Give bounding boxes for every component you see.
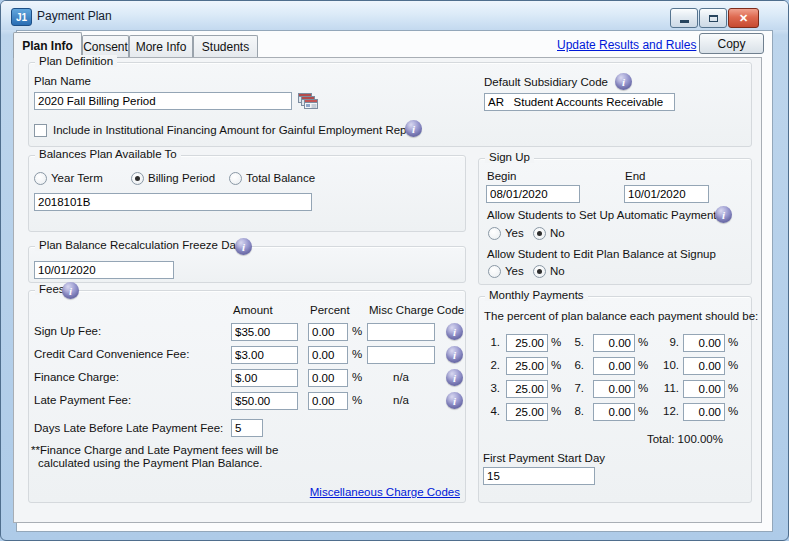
tab-consent[interactable]: Consent: [82, 35, 129, 57]
minimize-icon: [680, 20, 689, 23]
billing-period-input[interactable]: [34, 193, 312, 211]
late-payment-fee-percent-input[interactable]: [308, 392, 348, 410]
tab-students[interactable]: Students: [193, 35, 258, 57]
edit-balance-no-radio[interactable]: [533, 265, 546, 278]
maximize-button[interactable]: [699, 8, 727, 28]
freeze-date-group-label: Plan Balance Recalculation Freeze Date: [35, 239, 249, 251]
sign-up-fee-amount-input[interactable]: [231, 323, 298, 341]
fees-percent-header: Percent: [310, 304, 350, 316]
plan-definition-group: Plan Definition Plan Name Include in Ins…: [28, 62, 752, 147]
percent-sign: %: [728, 405, 738, 417]
payment-4-num: 4.: [481, 405, 500, 417]
percent-sign: %: [551, 382, 561, 394]
auto-payments-yes-radio[interactable]: [488, 227, 501, 240]
year-term-radio-label[interactable]: Year Term: [51, 172, 103, 184]
first-payment-start-day-input[interactable]: [483, 467, 595, 485]
percent-sign: %: [352, 371, 362, 383]
miscellaneous-charge-codes-link[interactable]: Miscellaneous Charge Codes: [310, 486, 460, 498]
percent-sign: %: [352, 348, 362, 360]
plan-name-label: Plan Name: [34, 75, 91, 87]
tab-more-info[interactable]: More Info: [129, 35, 193, 57]
cc-convenience-fee-misc-input[interactable]: [367, 346, 435, 364]
payment-8-input[interactable]: [593, 403, 635, 421]
payment-2-input[interactable]: [506, 357, 548, 375]
signup-end-input[interactable]: [624, 185, 709, 203]
gainful-info-icon[interactable]: i: [405, 120, 422, 137]
auto-payments-no-label[interactable]: No: [550, 227, 565, 239]
payment-11-num: 11.: [651, 382, 679, 394]
signup-begin-input[interactable]: [486, 185, 580, 203]
maximize-icon: [709, 15, 718, 22]
monthly-description: The percent of plan balance each payment…: [484, 310, 758, 322]
payment-1-num: 1.: [481, 336, 500, 348]
default-subsidiary-info-icon[interactable]: i: [615, 73, 632, 90]
payment-12-input[interactable]: [683, 403, 725, 421]
finance-charge-amount-input[interactable]: [231, 369, 298, 387]
gainful-employment-checkbox[interactable]: [34, 124, 47, 137]
payment-10-input[interactable]: [683, 357, 725, 375]
payment-9-input[interactable]: [683, 334, 725, 352]
billing-period-radio[interactable]: [131, 172, 144, 185]
payment-10-num: 10.: [651, 359, 679, 371]
sign-up-group-label: Sign Up: [485, 151, 534, 163]
payment-3-input[interactable]: [506, 380, 548, 398]
freeze-date-input[interactable]: [34, 261, 174, 279]
payment-5-input[interactable]: [593, 334, 635, 352]
edit-balance-yes-radio[interactable]: [488, 265, 501, 278]
days-late-input[interactable]: [231, 419, 263, 437]
cc-convenience-fee-percent-input[interactable]: [308, 346, 348, 364]
edit-balance-no-label[interactable]: No: [550, 265, 565, 277]
payment-plan-window: J1 Payment Plan ✕ Plan Info Consent More…: [0, 0, 789, 541]
sign-up-fee-percent-input[interactable]: [308, 323, 348, 341]
balances-group: Balances Plan Available To Year Term Bil…: [28, 155, 466, 232]
payment-2-num: 2.: [481, 359, 500, 371]
sign-up-group: Sign Up Begin End Allow Students to Set …: [478, 158, 752, 285]
fees-group: Fees i Amount Percent Misc Charge Code S…: [28, 290, 466, 503]
fees-misc-header: Misc Charge Code: [369, 304, 464, 316]
cc-convenience-fee-info-icon[interactable]: i: [446, 346, 463, 363]
plan-definition-group-label: Plan Definition: [35, 55, 117, 67]
sign-up-fee-info-icon[interactable]: i: [446, 323, 463, 340]
fees-amount-header: Amount: [233, 304, 273, 316]
auto-payments-yes-label[interactable]: Yes: [505, 227, 524, 239]
update-results-and-rules-link[interactable]: Update Results and Rules: [557, 38, 696, 52]
finance-charge-info-icon[interactable]: i: [446, 369, 463, 386]
total-balance-radio-label[interactable]: Total Balance: [246, 172, 315, 184]
edit-balance-yes-label[interactable]: Yes: [505, 265, 524, 277]
payment-1-input[interactable]: [506, 334, 548, 352]
payment-9-num: 9.: [651, 336, 679, 348]
sign-up-fee-misc-input[interactable]: [367, 323, 435, 341]
payment-4-input[interactable]: [506, 403, 548, 421]
plan-name-input[interactable]: [34, 92, 292, 110]
freeze-date-group: Plan Balance Recalculation Freeze Date i: [28, 246, 466, 283]
auto-payments-no-radio[interactable]: [533, 227, 546, 240]
percent-sign: %: [728, 382, 738, 394]
total-balance-radio[interactable]: [229, 172, 242, 185]
monthly-payments-group-label: Monthly Payments: [485, 289, 588, 301]
default-subsidiary-input[interactable]: [484, 93, 675, 111]
late-payment-fee-amount-input[interactable]: [231, 392, 298, 410]
finance-charge-label: Finance Charge:: [34, 371, 119, 383]
billing-period-radio-label[interactable]: Billing Period: [148, 172, 215, 184]
year-term-radio[interactable]: [34, 172, 47, 185]
cc-convenience-fee-amount-input[interactable]: [231, 346, 298, 364]
copy-button[interactable]: Copy: [699, 33, 764, 54]
fees-info-icon[interactable]: i: [62, 282, 79, 299]
late-payment-fee-info-icon[interactable]: i: [446, 392, 463, 409]
plan-name-lookup-icon[interactable]: [298, 93, 318, 112]
minimize-button[interactable]: [670, 8, 698, 28]
monthly-payments-group: Monthly Payments The percent of plan bal…: [478, 296, 752, 503]
payment-11-input[interactable]: [683, 380, 725, 398]
close-button[interactable]: ✕: [728, 8, 759, 28]
auto-payments-label: Allow Students to Set Up Automatic Payme…: [487, 209, 722, 221]
sign-up-fee-label: Sign Up Fee:: [34, 325, 101, 337]
end-label: End: [625, 170, 645, 182]
freeze-date-info-icon[interactable]: i: [235, 238, 252, 255]
finance-charge-percent-input[interactable]: [308, 369, 348, 387]
default-subsidiary-label: Default Subsidiary Code: [484, 76, 608, 88]
percent-sign: %: [638, 382, 648, 394]
auto-payments-info-icon[interactable]: i: [715, 206, 732, 223]
payment-7-input[interactable]: [593, 380, 635, 398]
payment-12-num: 12.: [651, 405, 679, 417]
payment-6-input[interactable]: [593, 357, 635, 375]
